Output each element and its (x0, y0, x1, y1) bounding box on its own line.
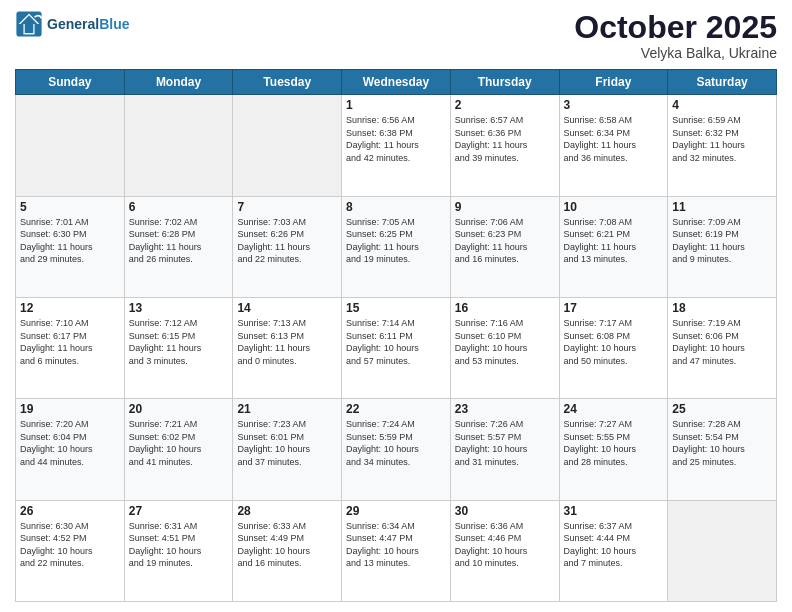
table-row: 3Sunrise: 6:58 AM Sunset: 6:34 PM Daylig… (559, 95, 668, 196)
logo-icon (15, 10, 43, 38)
day-info: Sunrise: 7:09 AM Sunset: 6:19 PM Dayligh… (672, 216, 772, 266)
location: Velyka Balka, Ukraine (574, 45, 777, 61)
day-number: 8 (346, 200, 446, 214)
day-number: 2 (455, 98, 555, 112)
table-row: 14Sunrise: 7:13 AM Sunset: 6:13 PM Dayli… (233, 297, 342, 398)
day-info: Sunrise: 6:31 AM Sunset: 4:51 PM Dayligh… (129, 520, 229, 570)
day-number: 7 (237, 200, 337, 214)
day-number: 28 (237, 504, 337, 518)
day-info: Sunrise: 7:26 AM Sunset: 5:57 PM Dayligh… (455, 418, 555, 468)
day-number: 1 (346, 98, 446, 112)
table-row: 27Sunrise: 6:31 AM Sunset: 4:51 PM Dayli… (124, 500, 233, 601)
day-number: 13 (129, 301, 229, 315)
day-info: Sunrise: 7:17 AM Sunset: 6:08 PM Dayligh… (564, 317, 664, 367)
table-row: 25Sunrise: 7:28 AM Sunset: 5:54 PM Dayli… (668, 399, 777, 500)
table-row: 1Sunrise: 6:56 AM Sunset: 6:38 PM Daylig… (342, 95, 451, 196)
day-info: Sunrise: 7:21 AM Sunset: 6:02 PM Dayligh… (129, 418, 229, 468)
week-row-2: 5Sunrise: 7:01 AM Sunset: 6:30 PM Daylig… (16, 196, 777, 297)
day-info: Sunrise: 7:24 AM Sunset: 5:59 PM Dayligh… (346, 418, 446, 468)
table-row: 8Sunrise: 7:05 AM Sunset: 6:25 PM Daylig… (342, 196, 451, 297)
day-info: Sunrise: 7:16 AM Sunset: 6:10 PM Dayligh… (455, 317, 555, 367)
month-title: October 2025 (574, 10, 777, 45)
week-row-5: 26Sunrise: 6:30 AM Sunset: 4:52 PM Dayli… (16, 500, 777, 601)
table-row: 22Sunrise: 7:24 AM Sunset: 5:59 PM Dayli… (342, 399, 451, 500)
header-saturday: Saturday (668, 70, 777, 95)
day-number: 24 (564, 402, 664, 416)
day-number: 15 (346, 301, 446, 315)
day-info: Sunrise: 6:36 AM Sunset: 4:46 PM Dayligh… (455, 520, 555, 570)
day-info: Sunrise: 7:14 AM Sunset: 6:11 PM Dayligh… (346, 317, 446, 367)
day-info: Sunrise: 7:01 AM Sunset: 6:30 PM Dayligh… (20, 216, 120, 266)
day-info: Sunrise: 6:56 AM Sunset: 6:38 PM Dayligh… (346, 114, 446, 164)
day-number: 23 (455, 402, 555, 416)
day-number: 20 (129, 402, 229, 416)
day-info: Sunrise: 7:02 AM Sunset: 6:28 PM Dayligh… (129, 216, 229, 266)
day-info: Sunrise: 6:30 AM Sunset: 4:52 PM Dayligh… (20, 520, 120, 570)
week-row-3: 12Sunrise: 7:10 AM Sunset: 6:17 PM Dayli… (16, 297, 777, 398)
day-number: 30 (455, 504, 555, 518)
day-info: Sunrise: 7:10 AM Sunset: 6:17 PM Dayligh… (20, 317, 120, 367)
header: GeneralBlue October 2025 Velyka Balka, U… (15, 10, 777, 61)
table-row: 16Sunrise: 7:16 AM Sunset: 6:10 PM Dayli… (450, 297, 559, 398)
day-number: 4 (672, 98, 772, 112)
day-info: Sunrise: 6:59 AM Sunset: 6:32 PM Dayligh… (672, 114, 772, 164)
day-info: Sunrise: 6:58 AM Sunset: 6:34 PM Dayligh… (564, 114, 664, 164)
day-info: Sunrise: 7:28 AM Sunset: 5:54 PM Dayligh… (672, 418, 772, 468)
header-sunday: Sunday (16, 70, 125, 95)
day-number: 14 (237, 301, 337, 315)
table-row (233, 95, 342, 196)
table-row: 15Sunrise: 7:14 AM Sunset: 6:11 PM Dayli… (342, 297, 451, 398)
header-tuesday: Tuesday (233, 70, 342, 95)
logo-text: GeneralBlue (47, 16, 129, 32)
day-number: 11 (672, 200, 772, 214)
week-row-4: 19Sunrise: 7:20 AM Sunset: 6:04 PM Dayli… (16, 399, 777, 500)
table-row: 4Sunrise: 6:59 AM Sunset: 6:32 PM Daylig… (668, 95, 777, 196)
table-row: 17Sunrise: 7:17 AM Sunset: 6:08 PM Dayli… (559, 297, 668, 398)
day-info: Sunrise: 6:33 AM Sunset: 4:49 PM Dayligh… (237, 520, 337, 570)
day-info: Sunrise: 6:57 AM Sunset: 6:36 PM Dayligh… (455, 114, 555, 164)
days-header-row: Sunday Monday Tuesday Wednesday Thursday… (16, 70, 777, 95)
page: GeneralBlue October 2025 Velyka Balka, U… (0, 0, 792, 612)
day-info: Sunrise: 7:12 AM Sunset: 6:15 PM Dayligh… (129, 317, 229, 367)
table-row (124, 95, 233, 196)
table-row: 2Sunrise: 6:57 AM Sunset: 6:36 PM Daylig… (450, 95, 559, 196)
day-info: Sunrise: 7:05 AM Sunset: 6:25 PM Dayligh… (346, 216, 446, 266)
table-row: 5Sunrise: 7:01 AM Sunset: 6:30 PM Daylig… (16, 196, 125, 297)
title-block: October 2025 Velyka Balka, Ukraine (574, 10, 777, 61)
header-monday: Monday (124, 70, 233, 95)
day-number: 10 (564, 200, 664, 214)
day-number: 22 (346, 402, 446, 416)
table-row: 23Sunrise: 7:26 AM Sunset: 5:57 PM Dayli… (450, 399, 559, 500)
table-row: 30Sunrise: 6:36 AM Sunset: 4:46 PM Dayli… (450, 500, 559, 601)
day-number: 3 (564, 98, 664, 112)
calendar-table: Sunday Monday Tuesday Wednesday Thursday… (15, 69, 777, 602)
table-row: 13Sunrise: 7:12 AM Sunset: 6:15 PM Dayli… (124, 297, 233, 398)
table-row: 20Sunrise: 7:21 AM Sunset: 6:02 PM Dayli… (124, 399, 233, 500)
day-number: 19 (20, 402, 120, 416)
day-number: 16 (455, 301, 555, 315)
table-row: 26Sunrise: 6:30 AM Sunset: 4:52 PM Dayli… (16, 500, 125, 601)
day-info: Sunrise: 7:23 AM Sunset: 6:01 PM Dayligh… (237, 418, 337, 468)
table-row: 12Sunrise: 7:10 AM Sunset: 6:17 PM Dayli… (16, 297, 125, 398)
day-number: 6 (129, 200, 229, 214)
day-info: Sunrise: 7:27 AM Sunset: 5:55 PM Dayligh… (564, 418, 664, 468)
table-row (668, 500, 777, 601)
day-number: 9 (455, 200, 555, 214)
table-row: 18Sunrise: 7:19 AM Sunset: 6:06 PM Dayli… (668, 297, 777, 398)
table-row: 11Sunrise: 7:09 AM Sunset: 6:19 PM Dayli… (668, 196, 777, 297)
logo: GeneralBlue (15, 10, 129, 38)
table-row: 10Sunrise: 7:08 AM Sunset: 6:21 PM Dayli… (559, 196, 668, 297)
day-number: 31 (564, 504, 664, 518)
table-row: 6Sunrise: 7:02 AM Sunset: 6:28 PM Daylig… (124, 196, 233, 297)
table-row (16, 95, 125, 196)
day-info: Sunrise: 7:03 AM Sunset: 6:26 PM Dayligh… (237, 216, 337, 266)
header-friday: Friday (559, 70, 668, 95)
day-info: Sunrise: 7:06 AM Sunset: 6:23 PM Dayligh… (455, 216, 555, 266)
header-thursday: Thursday (450, 70, 559, 95)
day-info: Sunrise: 6:37 AM Sunset: 4:44 PM Dayligh… (564, 520, 664, 570)
day-number: 12 (20, 301, 120, 315)
table-row: 9Sunrise: 7:06 AM Sunset: 6:23 PM Daylig… (450, 196, 559, 297)
table-row: 19Sunrise: 7:20 AM Sunset: 6:04 PM Dayli… (16, 399, 125, 500)
day-number: 26 (20, 504, 120, 518)
table-row: 21Sunrise: 7:23 AM Sunset: 6:01 PM Dayli… (233, 399, 342, 500)
